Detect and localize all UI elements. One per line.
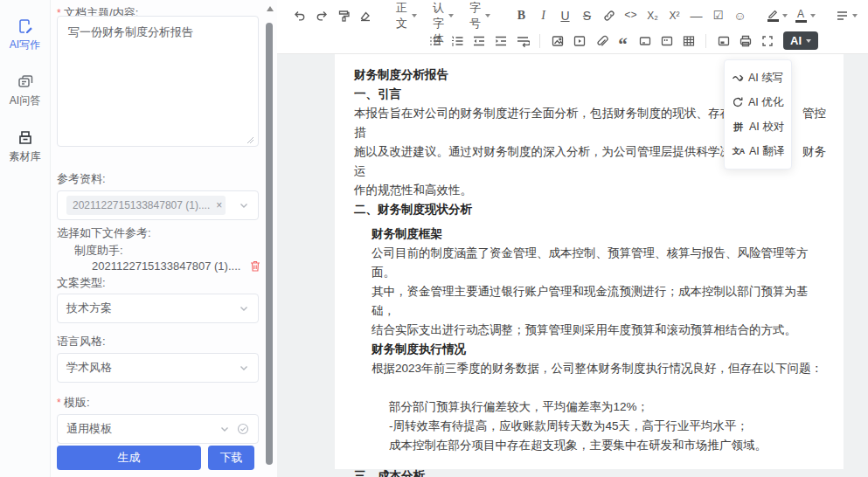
highlight-color-button[interactable]: [764, 5, 790, 26]
outdent-button[interactable]: [469, 31, 489, 52]
sidebar-item-ai-qa[interactable]: AI问答: [10, 73, 40, 108]
chevron-down-icon: [239, 200, 249, 211]
image-icon: [551, 34, 565, 48]
strikethrough-button[interactable]: S: [577, 5, 597, 26]
style-label: 语言风格:: [57, 334, 106, 349]
horizontal-rule-button[interactable]: —: [686, 5, 706, 26]
ordered-list-button[interactable]: [447, 31, 467, 52]
sidebar-item-material-library[interactable]: 素材库: [10, 129, 41, 164]
menu-item-ai-translate[interactable]: 文A AI 翻译: [725, 139, 791, 163]
fullscreen-button[interactable]: [757, 31, 777, 52]
toolbar-divider: [539, 34, 540, 48]
chevron-down-icon: [239, 303, 249, 314]
scroll-up-arrow[interactable]: [267, 6, 274, 11]
quote-icon: “: [618, 41, 628, 48]
bold-button[interactable]: B: [511, 5, 531, 26]
fullscreen-icon: [760, 34, 774, 48]
clear-format-button[interactable]: [355, 5, 375, 26]
trash-icon[interactable]: [249, 259, 261, 273]
align-icon: [836, 10, 849, 22]
download-button[interactable]: 下载: [208, 446, 254, 470]
paragraph-style-dropdown[interactable]: 正文: [388, 5, 425, 26]
chevron-down-icon: [485, 14, 490, 17]
align-dropdown[interactable]: [832, 5, 860, 26]
sidebar-item-label: AI问答: [10, 93, 40, 108]
doc-line: 结合实际支出进行动态调整；预算管理则采用年度预算和滚动预算相结合的方式。: [354, 321, 831, 340]
menu-item-ai-proofread[interactable]: 拼 AI 校对: [725, 114, 791, 139]
doc-line: 部分部门预算执行偏差较大，平均偏差率为12%；: [354, 398, 831, 417]
doc-type-select[interactable]: 技术方案: [57, 294, 259, 323]
doc-line: -周转效率有待提高，应收账款周转天数为45天，高于行业平均水平；: [354, 417, 831, 436]
card-view-icon: [717, 34, 731, 48]
format-painter-button[interactable]: [333, 5, 353, 26]
app-root: AI写作 AI问答 素材库 文档主题/内容: 写一份财务制度分析报告 参考资料:: [0, 0, 868, 477]
chevron-down-icon: [412, 14, 417, 17]
insert-video-button[interactable]: [569, 31, 589, 52]
toolbar-row-1: 正文 默认字体 字号 B I U S <> X₂ X² —: [288, 3, 861, 28]
toolbar-divider: [705, 34, 706, 48]
card-view-button[interactable]: [713, 31, 733, 52]
doc-type-value: 技术方案: [66, 301, 112, 316]
indent-button[interactable]: [490, 31, 510, 52]
redo-icon: [315, 9, 329, 23]
blockquote-button[interactable]: “: [613, 31, 633, 52]
scrollbar-thumb[interactable]: [266, 23, 273, 465]
insert-image-button[interactable]: [547, 31, 567, 52]
format-painter-icon: [337, 9, 351, 23]
table-icon: [682, 34, 696, 48]
printer-icon: [739, 34, 753, 48]
font-color-button[interactable]: A: [792, 5, 818, 26]
file-ref-label: 选择如下文件参考:: [57, 225, 151, 241]
template-label: 模版:: [57, 395, 90, 411]
line-height-button[interactable]: [512, 31, 532, 52]
superscript-button[interactable]: X²: [664, 5, 684, 26]
menu-item-ai-continue[interactable]: AI 续写: [725, 66, 791, 90]
link-icon: [602, 9, 616, 23]
ai-tools-dropdown[interactable]: AI: [783, 31, 818, 50]
todo-list-button[interactable]: ☑: [708, 5, 728, 26]
style-value: 学术风格: [66, 360, 112, 376]
doc-line: 成本控制在部分项目中存在超支现象，主要集中在研发和市场推广领域。: [354, 436, 831, 455]
reference-select[interactable]: 2021122715133847807 (1).... ×: [57, 190, 259, 220]
insert-table-button[interactable]: [678, 31, 698, 52]
sidebar-item-ai-write[interactable]: AI写作: [10, 17, 40, 52]
font-family-dropdown[interactable]: 默认字体: [425, 5, 462, 26]
bullet-list-button[interactable]: [425, 31, 445, 52]
inline-code-button[interactable]: <>: [621, 5, 641, 26]
ai-write-icon: [17, 17, 34, 35]
remove-tag-icon[interactable]: ×: [216, 199, 222, 211]
underline-button[interactable]: U: [555, 5, 575, 26]
italic-button[interactable]: I: [533, 5, 553, 26]
subscript-button[interactable]: X₂: [642, 5, 663, 26]
attachment-button[interactable]: [591, 31, 611, 52]
bullet-list-icon: [428, 34, 442, 48]
chevron-down-icon: [782, 14, 788, 17]
emoji-button[interactable]: ☺: [730, 5, 750, 26]
chevron-down-icon: [448, 14, 454, 17]
file-ref-name: 2021122715133847807 (1)....: [92, 259, 240, 273]
menu-item-ai-optimize[interactable]: AI 优化: [725, 90, 791, 114]
page-break-button[interactable]: [656, 31, 677, 52]
code-block-button[interactable]: [635, 31, 655, 52]
generation-form-panel: 文档主题/内容: 写一份财务制度分析报告 参考资料: 2021122715133…: [51, 0, 277, 477]
doc-subheading: 财务制度执行情况: [354, 340, 831, 359]
font-size-dropdown[interactable]: 字号: [462, 5, 498, 26]
editor-area: 正文 默认字体 字号 B I U S <> X₂ X² —: [277, 0, 868, 477]
doc-heading: 三、成本分析: [354, 467, 831, 477]
generate-button[interactable]: 生成: [57, 446, 201, 470]
circle-check-icon: [237, 423, 249, 435]
code-block-icon: [638, 34, 652, 48]
ai-continue-icon: [732, 72, 744, 84]
undo-button[interactable]: [289, 5, 309, 26]
template-value: 通用模板: [66, 421, 112, 437]
template-select[interactable]: 通用模板: [57, 414, 259, 444]
chevron-down-icon: [239, 363, 249, 373]
ai-optimize-icon: [732, 96, 744, 108]
link-button[interactable]: [599, 5, 619, 26]
file-ref-row: 2021122715133847807 (1)....: [92, 259, 261, 273]
print-button[interactable]: [735, 31, 755, 52]
redo-button[interactable]: [311, 5, 331, 26]
topic-input[interactable]: 写一份财务制度分析报告: [57, 16, 259, 147]
doc-subheading: 财务制度框架: [354, 225, 831, 244]
style-select[interactable]: 学术风格: [57, 353, 259, 383]
